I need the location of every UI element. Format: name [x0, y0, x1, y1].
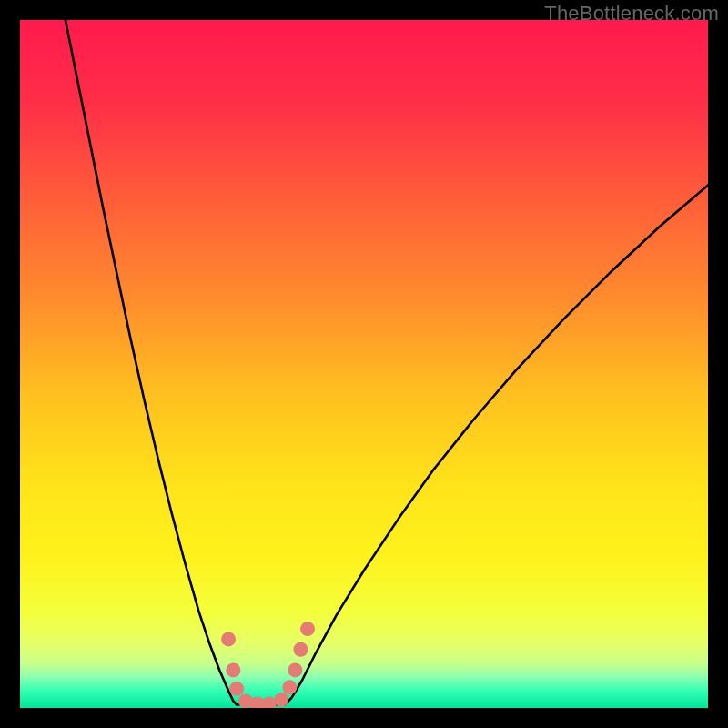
data-point-1 [226, 662, 240, 677]
chart-svg [20, 20, 708, 708]
data-point-10 [300, 622, 315, 636]
chart-background [20, 20, 708, 708]
data-point-6 [274, 693, 288, 707]
data-point-7 [282, 680, 297, 694]
chart-frame [20, 20, 708, 708]
data-point-9 [293, 642, 308, 657]
data-point-8 [288, 662, 302, 677]
data-point-2 [229, 682, 244, 696]
data-point-0 [221, 632, 236, 646]
